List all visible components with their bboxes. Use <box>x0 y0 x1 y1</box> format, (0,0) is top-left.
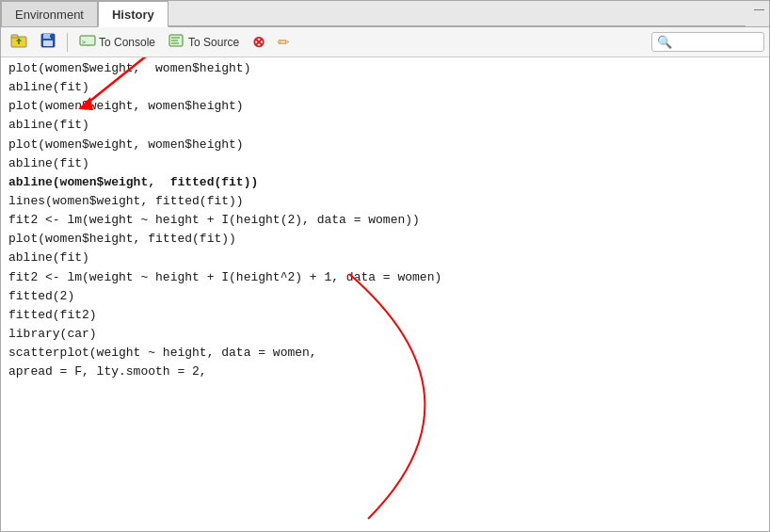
code-line: plot(women$height, fitted(fit)) <box>8 230 762 249</box>
to-source-label: To Source <box>188 36 239 49</box>
code-line: fitted(2) <box>8 287 762 306</box>
code-line: lines(women$weight, fitted(fit)) <box>8 192 762 211</box>
svg-rect-6 <box>50 35 52 38</box>
tab-history-label: History <box>112 8 154 22</box>
tab-environment-label: Environment <box>15 8 84 22</box>
toolbar: >_ To Console To Source ⊗ ✏ <box>1 27 769 57</box>
clear-button[interactable]: ✏ <box>273 32 295 53</box>
code-line: abline(fit) <box>8 116 762 135</box>
minimize-button[interactable]: — <box>749 1 769 26</box>
svg-rect-4 <box>43 34 51 39</box>
code-line: plot(women$weight, women$height) <box>8 136 762 154</box>
code-line: apread = F, lty.smooth = 2, <box>8 363 762 381</box>
code-line: abline(fit) <box>8 249 762 267</box>
search-box: 🔍 <box>651 32 764 52</box>
tab-bar: Environment History — <box>1 1 769 27</box>
to-console-label: To Console <box>99 36 155 49</box>
save-button[interactable] <box>36 31 60 53</box>
load-icon <box>10 33 27 51</box>
to-console-button[interactable]: >_ To Console <box>74 31 160 53</box>
delete-icon: ⊗ <box>252 33 265 51</box>
code-line: plot(women$weight, women$height) <box>8 97 762 116</box>
tab-environment[interactable]: Environment <box>1 1 98 26</box>
code-content[interactable]: plot(women$weight, women$height) abline(… <box>1 57 769 531</box>
broom-icon: ✏ <box>278 34 290 51</box>
to-console-icon: >_ <box>79 33 96 51</box>
svg-rect-1 <box>11 35 18 38</box>
code-line: scatterplot(weight ~ height, data = wome… <box>8 344 762 363</box>
delete-button[interactable]: ⊗ <box>248 31 269 53</box>
separator-1 <box>67 33 68 52</box>
to-source-icon <box>168 33 185 51</box>
code-line: library(car) <box>8 325 762 344</box>
svg-text:>_: >_ <box>82 39 90 46</box>
code-line: fitted(fit2) <box>8 306 762 325</box>
svg-rect-5 <box>43 40 53 46</box>
panel: Environment History — <box>0 0 770 532</box>
code-line: fit2 <- lm(weight ~ height + I(height(2)… <box>8 211 762 230</box>
code-line: fit2 <- lm(weight ~ height + I(height^2)… <box>8 268 762 287</box>
load-button[interactable] <box>6 31 32 53</box>
code-line: abline(fit) <box>8 78 762 97</box>
to-source-button[interactable]: To Source <box>164 31 244 53</box>
save-icon <box>40 33 56 51</box>
search-input[interactable] <box>676 36 761 49</box>
code-line: abline(women$weight, fitted(fit)) <box>8 173 762 192</box>
code-line: abline(fit) <box>8 154 762 173</box>
tab-history[interactable]: History <box>98 1 168 27</box>
code-line: plot(women$weight, women$height) <box>8 59 762 78</box>
search-icon: 🔍 <box>657 35 672 49</box>
